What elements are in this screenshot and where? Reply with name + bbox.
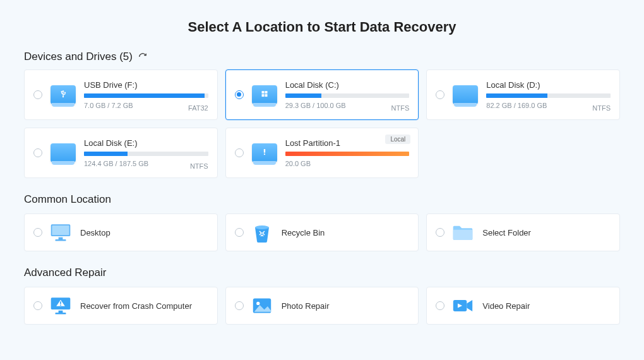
- location-card[interactable]: Select Folder: [426, 213, 620, 251]
- common-header-text: Common Location: [24, 193, 111, 206]
- usage-bar: [285, 152, 410, 156]
- advanced-label: Video Repair: [482, 301, 530, 311]
- radio-icon[interactable]: [436, 90, 444, 99]
- svg-rect-15: [60, 301, 61, 304]
- radio-icon[interactable]: [33, 148, 42, 157]
- folder-icon: [452, 222, 474, 243]
- drive-card[interactable]: Local Disk (D:)82.2 GB / 169.0 GBNTFS: [426, 69, 620, 120]
- photo-icon: [251, 295, 273, 316]
- devices-header-text: Devices and Drives (5): [24, 51, 133, 63]
- radio-icon[interactable]: [33, 90, 42, 99]
- usage-bar: [285, 93, 410, 98]
- common-section-header: Common Location: [24, 193, 620, 206]
- radio-icon[interactable]: [235, 148, 244, 157]
- svg-rect-7: [52, 225, 69, 235]
- refresh-icon[interactable]: [138, 52, 148, 62]
- drive-icon: [251, 140, 278, 166]
- filesystem-label: FAT32: [188, 104, 208, 112]
- location-label: Desktop: [80, 228, 110, 237]
- location-label: Recycle Bin: [282, 228, 325, 237]
- drive-icon: [50, 140, 76, 166]
- radio-icon[interactable]: [436, 301, 444, 310]
- usage-bar: [84, 93, 208, 98]
- svg-rect-11: [453, 230, 473, 240]
- svg-rect-4: [263, 149, 265, 153]
- devices-section-header: Devices and Drives (5): [24, 51, 620, 63]
- drive-card[interactable]: Local Disk (E:)124.4 GB / 187.5 GBNTFS: [24, 128, 218, 178]
- location-label: Select Folder: [482, 228, 531, 237]
- svg-point-5: [263, 153, 265, 155]
- advanced-section-header: Advanced Repair: [24, 267, 620, 279]
- svg-point-18: [256, 302, 259, 305]
- svg-rect-2: [261, 94, 264, 97]
- advanced-label: Recover from Crash Computer: [80, 301, 192, 311]
- advanced-label: Photo Repair: [282, 301, 330, 311]
- usage-bar: [84, 152, 208, 156]
- usage-bar: [486, 93, 611, 98]
- filesystem-label: NTFS: [391, 104, 410, 112]
- svg-point-16: [60, 304, 61, 306]
- page-title: Select A Location to Start Data Recovery: [24, 19, 620, 35]
- recycle-icon: [251, 222, 273, 243]
- location-card[interactable]: Recycle Bin: [225, 213, 419, 251]
- svg-rect-9: [56, 239, 66, 241]
- advanced-header-text: Advanced Repair: [24, 267, 106, 279]
- svg-rect-1: [265, 91, 267, 93]
- radio-icon[interactable]: [235, 301, 244, 310]
- radio-icon[interactable]: [235, 228, 244, 237]
- advanced-card[interactable]: Video Repair: [426, 287, 620, 325]
- drive-size: 20.0 GB: [285, 160, 410, 167]
- drive-name: Local Disk (C:): [285, 80, 410, 90]
- tag-badge: Local: [385, 135, 410, 144]
- advanced-card[interactable]: Photo Repair: [225, 287, 419, 325]
- svg-rect-8: [59, 237, 63, 239]
- video-icon: [452, 295, 474, 316]
- filesystem-label: NTFS: [592, 104, 611, 112]
- radio-icon[interactable]: [235, 90, 244, 99]
- drive-icon: [251, 81, 278, 108]
- drive-name: Local Disk (D:): [486, 80, 611, 90]
- svg-rect-13: [59, 311, 63, 313]
- drive-icon: [452, 81, 479, 108]
- radio-icon[interactable]: [33, 228, 42, 237]
- crash-icon: [50, 295, 71, 316]
- svg-rect-14: [56, 313, 66, 315]
- svg-rect-0: [261, 91, 264, 93]
- drive-card[interactable]: Lost Partition-120.0 GBLocal: [225, 128, 419, 178]
- filesystem-label: NTFS: [190, 162, 208, 170]
- drive-card[interactable]: USB Drive (F:)7.0 GB / 7.2 GBFAT32: [24, 69, 218, 120]
- radio-icon[interactable]: [436, 228, 444, 237]
- svg-point-10: [255, 225, 269, 229]
- drive-name: Local Disk (E:): [84, 138, 208, 148]
- drive-name: USB Drive (F:): [84, 80, 208, 90]
- svg-rect-3: [265, 94, 267, 97]
- drive-card[interactable]: Local Disk (C:)29.3 GB / 100.0 GBNTFS: [225, 69, 419, 120]
- location-card[interactable]: Desktop: [24, 213, 218, 251]
- drive-icon: [50, 81, 76, 108]
- radio-icon[interactable]: [33, 301, 42, 310]
- advanced-card[interactable]: Recover from Crash Computer: [24, 287, 218, 325]
- desktop-icon: [50, 222, 71, 243]
